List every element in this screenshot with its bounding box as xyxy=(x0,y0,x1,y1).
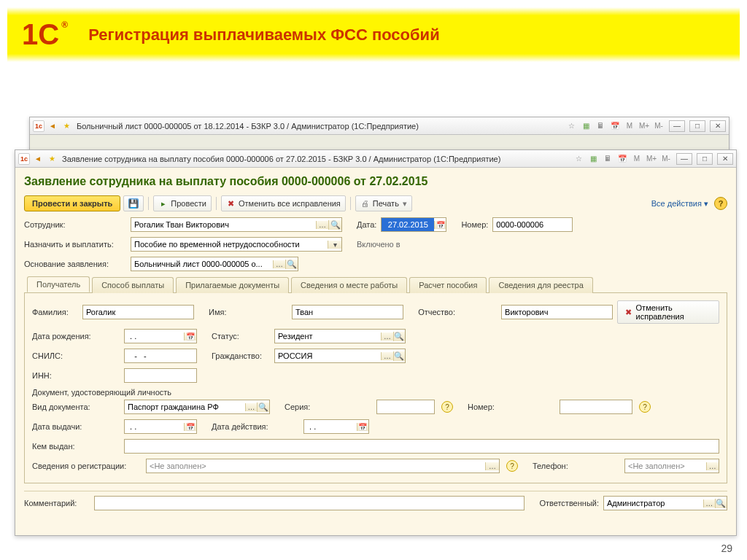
save-button[interactable]: 💾 xyxy=(123,195,144,211)
calendar-icon[interactable]: 📅 xyxy=(434,221,446,229)
series-field[interactable] xyxy=(376,400,435,414)
snils-field[interactable] xyxy=(124,349,197,363)
search-icon[interactable]: 🔍 xyxy=(257,402,269,412)
patronymic-input[interactable] xyxy=(502,306,612,319)
docnum-input[interactable] xyxy=(560,400,632,413)
picker-icon[interactable]: … xyxy=(706,462,719,470)
m-icon[interactable]: M xyxy=(624,120,635,132)
basis-field[interactable]: … 🔍 xyxy=(131,257,298,271)
help-icon[interactable]: ? xyxy=(639,401,651,413)
responsible-field[interactable]: …🔍 xyxy=(603,496,727,510)
issue-date-input[interactable] xyxy=(125,420,184,433)
minimize-button[interactable]: — xyxy=(676,153,692,165)
picker-icon[interactable]: … xyxy=(245,403,258,411)
calendar-icon[interactable]: 📅 xyxy=(357,423,368,431)
submit-button[interactable]: ▸Провести xyxy=(153,195,212,211)
picker-icon[interactable]: … xyxy=(703,499,715,508)
citizenship-input[interactable] xyxy=(275,349,381,362)
calc-icon[interactable]: 🖩 xyxy=(595,120,606,132)
issued-by-field[interactable] xyxy=(124,439,719,454)
docnum-field[interactable] xyxy=(560,400,632,414)
m-plus-icon[interactable]: M+ xyxy=(646,153,657,165)
cancel-corrections-button[interactable]: ✖Отменить исправления xyxy=(617,300,719,324)
lastname-input[interactable] xyxy=(83,306,193,319)
grid-icon[interactable]: ▦ xyxy=(580,120,592,132)
picker-icon[interactable]: … xyxy=(381,352,392,360)
calc-icon[interactable]: 🖩 xyxy=(602,153,614,165)
firstname-field[interactable] xyxy=(292,305,403,319)
tab-payment[interactable]: Способ выплаты xyxy=(92,277,174,293)
search-icon[interactable]: 🔍 xyxy=(393,351,405,361)
m-minus-icon[interactable]: M- xyxy=(653,120,665,132)
responsible-input[interactable] xyxy=(604,497,703,510)
calendar-icon[interactable]: 📅 xyxy=(184,423,196,431)
reg-info-field[interactable]: … xyxy=(146,459,500,473)
basis-input[interactable] xyxy=(131,257,273,271)
submit-close-button[interactable]: Провести и закрыть xyxy=(24,195,120,211)
search-icon[interactable]: 🔍 xyxy=(393,332,405,341)
assign-field[interactable]: ▾ xyxy=(131,237,342,252)
comment-field[interactable] xyxy=(94,496,525,510)
help-button[interactable]: ? xyxy=(714,197,727,210)
maximize-button[interactable]: □ xyxy=(697,153,713,165)
close-button[interactable]: ✕ xyxy=(710,120,726,132)
dropdown-icon[interactable]: ▾ xyxy=(328,241,341,249)
citizenship-field[interactable]: …🔍 xyxy=(274,349,406,363)
patronymic-field[interactable] xyxy=(501,305,613,319)
calendar-icon[interactable]: 📅 xyxy=(616,153,628,165)
tab-registry[interactable]: Сведения для реестра xyxy=(489,277,592,293)
fav-icon[interactable]: ☆ xyxy=(573,153,584,165)
dob-field[interactable]: 📅 xyxy=(124,329,197,343)
doc-type-field[interactable]: …🔍 xyxy=(124,400,270,414)
back-icon[interactable]: ◄ xyxy=(32,153,44,165)
calendar-icon[interactable]: 📅 xyxy=(609,120,621,132)
series-input[interactable] xyxy=(377,400,434,413)
snils-input[interactable] xyxy=(125,349,196,362)
date-input[interactable] xyxy=(382,218,434,231)
tab-calculation[interactable]: Расчет пособия xyxy=(409,277,487,293)
picker-icon[interactable]: … xyxy=(273,260,285,268)
tab-recipient[interactable]: Получатель xyxy=(27,276,90,292)
reg-info-input[interactable] xyxy=(147,459,485,472)
employee-input[interactable] xyxy=(131,218,316,231)
tab-workplace[interactable]: Сведения о месте работы xyxy=(291,277,407,293)
m-minus-icon[interactable]: M- xyxy=(660,153,672,165)
valid-until-field[interactable]: 📅 xyxy=(303,419,369,434)
assign-input[interactable] xyxy=(131,238,328,251)
inn-field[interactable] xyxy=(124,368,197,383)
grid-icon[interactable]: ▦ xyxy=(587,153,599,165)
maximize-button[interactable]: □ xyxy=(689,120,705,132)
status-field[interactable]: …🔍 xyxy=(274,329,406,343)
tab-documents[interactable]: Прилагаемые документы xyxy=(176,277,289,293)
picker-icon[interactable]: … xyxy=(485,462,499,470)
lastname-field[interactable] xyxy=(82,305,194,319)
help-icon[interactable]: ? xyxy=(506,460,518,472)
dob-input[interactable] xyxy=(125,330,184,343)
picker-icon[interactable]: … xyxy=(316,221,329,229)
valid-until-input[interactable] xyxy=(304,420,357,433)
help-icon[interactable]: ? xyxy=(441,401,453,413)
star-icon[interactable]: ★ xyxy=(61,120,72,132)
m-icon[interactable]: M xyxy=(631,153,643,165)
fav-icon[interactable]: ☆ xyxy=(565,120,577,132)
picker-icon[interactable]: … xyxy=(381,332,392,341)
doc-type-input[interactable] xyxy=(125,400,245,413)
phone-input[interactable] xyxy=(625,459,706,472)
comment-input[interactable] xyxy=(95,497,524,510)
all-actions-link[interactable]: Все действия ▾ xyxy=(649,198,711,210)
date-field[interactable]: 📅 xyxy=(381,217,446,232)
star-icon[interactable]: ★ xyxy=(46,153,58,165)
phone-field[interactable]: … xyxy=(624,459,719,473)
issue-date-field[interactable]: 📅 xyxy=(124,419,197,434)
number-input[interactable] xyxy=(493,218,572,231)
print-button[interactable]: 🖨Печать▾ xyxy=(355,195,412,211)
search-icon[interactable]: 🔍 xyxy=(285,260,298,269)
cancel-all-button[interactable]: ✖Отменить все исправления xyxy=(221,195,346,211)
status-input[interactable] xyxy=(275,330,381,343)
inn-input[interactable] xyxy=(125,369,196,382)
firstname-input[interactable] xyxy=(293,306,403,319)
m-plus-icon[interactable]: M+ xyxy=(638,120,650,132)
back-icon[interactable]: ◄ xyxy=(47,120,58,132)
employee-field[interactable]: … 🔍 xyxy=(131,217,342,232)
search-icon[interactable]: 🔍 xyxy=(328,220,341,230)
